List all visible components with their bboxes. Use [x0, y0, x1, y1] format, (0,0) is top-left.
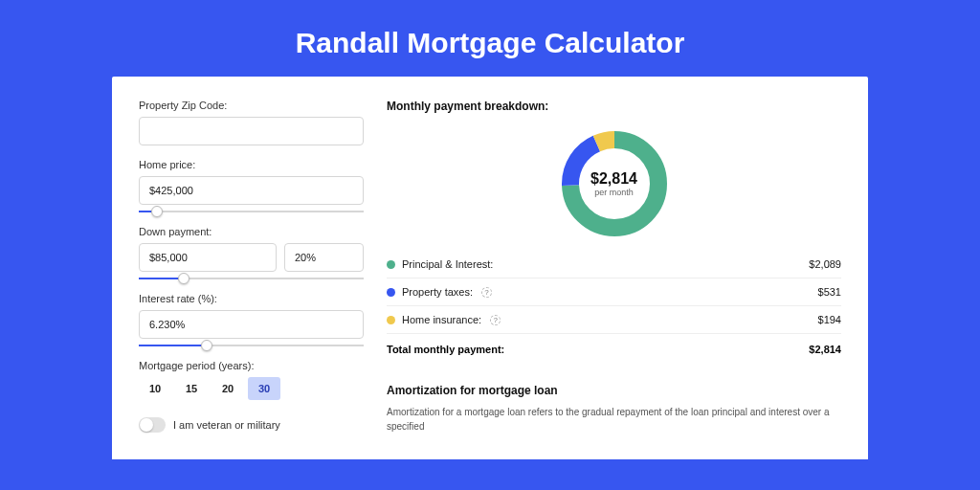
- info-icon[interactable]: ?: [481, 287, 492, 298]
- total-row: Total monthly payment: $2,814: [387, 333, 841, 365]
- page-title: Randall Mortgage Calculator: [0, 0, 980, 77]
- period-label: Mortgage period (years):: [139, 360, 364, 371]
- legend-dot-icon: [387, 316, 395, 324]
- form-panel: Property Zip Code: Home price: Down paym…: [139, 100, 364, 459]
- legend-row: Property taxes:?$531: [387, 278, 841, 305]
- breakdown-title: Monthly payment breakdown:: [387, 100, 841, 113]
- legend-label: Home insurance:: [402, 314, 481, 325]
- veteran-label: I am veteran or military: [173, 419, 280, 431]
- donut-chart: $2,814 per month: [387, 122, 841, 251]
- legend-value: $531: [818, 286, 841, 298]
- zip-label: Property Zip Code:: [139, 100, 364, 111]
- rate-input[interactable]: [139, 310, 364, 339]
- calculator-card: Property Zip Code: Home price: Down paym…: [112, 77, 868, 459]
- period-btn-15[interactable]: 15: [175, 377, 208, 400]
- slider-thumb-icon[interactable]: [151, 206, 163, 217]
- legend: Principal & Interest:$2,089Property taxe…: [387, 251, 841, 333]
- legend-dot-icon: [387, 288, 395, 297]
- down-payment-pct-input[interactable]: [284, 243, 364, 272]
- amortization-block: Amortization for mortgage loan Amortizat…: [387, 384, 841, 434]
- slider-thumb-icon[interactable]: [201, 340, 212, 351]
- legend-label: Property taxes:: [402, 286, 473, 298]
- slider-thumb-icon[interactable]: [178, 273, 189, 284]
- breakdown-panel: Monthly payment breakdown: $2,814 per mo…: [387, 100, 841, 459]
- veteran-row: I am veteran or military: [139, 417, 364, 433]
- home-price-label: Home price:: [139, 159, 364, 170]
- rate-slider[interactable]: [139, 345, 364, 346]
- total-value: $2,814: [809, 344, 841, 355]
- down-payment-field: Down payment:: [139, 226, 364, 279]
- total-label: Total monthly payment:: [387, 344, 504, 355]
- legend-value: $194: [818, 314, 841, 325]
- legend-value: $2,089: [809, 258, 841, 270]
- down-payment-slider[interactable]: [139, 278, 364, 279]
- zip-field: Property Zip Code:: [139, 100, 364, 145]
- amortization-title: Amortization for mortgage loan: [387, 384, 841, 397]
- legend-label: Principal & Interest:: [402, 258, 493, 270]
- rate-field: Interest rate (%):: [139, 293, 364, 346]
- zip-input[interactable]: [139, 117, 364, 145]
- down-payment-input[interactable]: [139, 243, 277, 272]
- home-price-slider[interactable]: [139, 211, 364, 212]
- donut-sub: per month: [594, 188, 634, 197]
- legend-dot-icon: [387, 260, 395, 269]
- period-btn-30[interactable]: 30: [248, 377, 280, 400]
- home-price-input[interactable]: [139, 176, 364, 205]
- period-btn-20[interactable]: 20: [212, 377, 244, 400]
- legend-row: Principal & Interest:$2,089: [387, 251, 841, 278]
- rate-label: Interest rate (%):: [139, 293, 364, 304]
- down-payment-label: Down payment:: [139, 226, 364, 237]
- donut-amount: $2,814: [590, 170, 637, 188]
- period-btn-10[interactable]: 10: [139, 377, 171, 400]
- period-field: Mortgage period (years): 10152030: [139, 360, 364, 400]
- home-price-field: Home price:: [139, 159, 364, 212]
- veteran-toggle[interactable]: [139, 417, 166, 433]
- info-icon[interactable]: ?: [490, 315, 501, 325]
- legend-row: Home insurance:?$194: [387, 305, 841, 333]
- amortization-text: Amortization for a mortgage loan refers …: [387, 405, 841, 434]
